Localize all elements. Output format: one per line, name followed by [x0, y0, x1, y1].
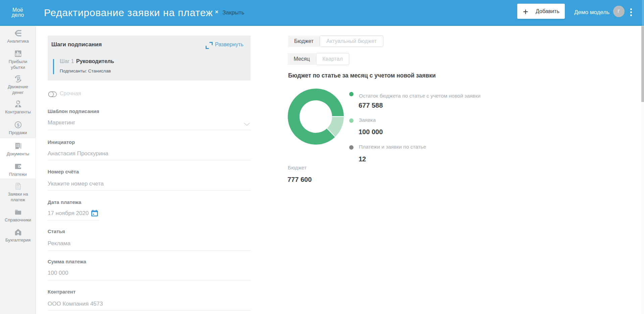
svg-text:$: $ — [17, 122, 19, 127]
svg-text:S: S — [16, 184, 19, 187]
